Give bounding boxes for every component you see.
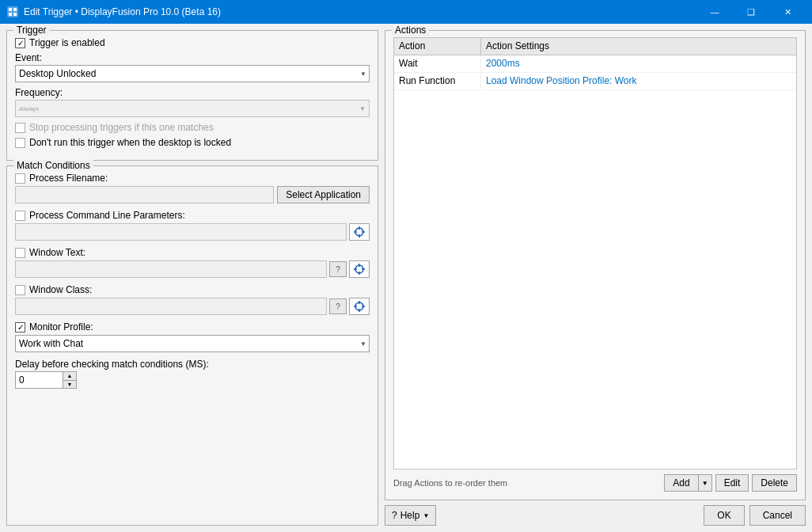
left-panel: Trigger ✓ Trigger is enabled Event: Desk… <box>6 30 378 526</box>
actions-group-title: Actions <box>392 25 429 36</box>
delay-increment-button[interactable]: ▲ <box>63 372 76 381</box>
table-header-action: Action <box>394 38 481 55</box>
footer-bar: ? Help ▼ OK Cancel <box>385 500 806 526</box>
window-class-crosshair-button[interactable] <box>349 298 370 315</box>
drag-hint: Drag Actions to re-order them <box>393 478 507 488</box>
window-text-crosshair-button[interactable] <box>349 260 370 278</box>
process-cmdline-checkbox[interactable] <box>15 211 25 221</box>
window-title: Edit Trigger • DisplayFusion Pro 10.0 (B… <box>24 6 696 17</box>
select-application-button[interactable]: Select Application <box>277 186 370 203</box>
table-row[interactable]: Run Function Load Window Position Profil… <box>394 73 796 90</box>
delay-input[interactable] <box>15 371 63 389</box>
add-dropdown-button[interactable]: ▼ <box>698 474 712 492</box>
table-header-settings: Action Settings <box>481 38 796 55</box>
actions-table: Action Action Settings Wait 2000ms Run F… <box>393 37 797 469</box>
add-button-group: Add ▼ <box>664 474 711 492</box>
dont-run-locked-label: Don't run this trigger when the desktop … <box>29 137 231 148</box>
window-controls: — ❑ ✕ <box>696 0 806 24</box>
question-mark-icon: ? <box>392 510 397 521</box>
delay-spinner: ▲ ▼ <box>15 371 370 389</box>
stop-processing-checkbox <box>15 123 25 133</box>
action-settings-cell-2: Load Window Position Profile: Work <box>481 73 796 89</box>
window-text-checkbox[interactable] <box>15 248 25 258</box>
delay-decrement-button[interactable]: ▼ <box>63 381 76 389</box>
actions-group: Actions Action Action Settings Wait 2000… <box>385 30 806 500</box>
monitor-profile-row: ✓ Monitor Profile: Work with Chat <box>15 321 370 352</box>
match-conditions-group: Match Conditions Process Filename: Selec… <box>6 165 378 526</box>
event-label: Event: <box>15 52 370 63</box>
process-cmdline-input-row <box>15 223 370 241</box>
match-conditions-title: Match Conditions <box>13 160 93 171</box>
monitor-profile-select-wrapper: Work with Chat <box>15 335 370 352</box>
window-class-label: Window Class: <box>29 284 92 295</box>
delete-button[interactable]: Delete <box>752 474 797 492</box>
actions-bottom-bar: Drag Actions to re-order them Add ▼ Edit… <box>393 469 797 492</box>
window-text-input[interactable] <box>15 260 327 278</box>
crosshair-icon <box>353 226 366 238</box>
frequency-label: Frequency: <box>15 87 370 98</box>
crosshair-icon-2 <box>353 263 366 276</box>
cancel-button[interactable]: Cancel <box>749 505 806 526</box>
add-button[interactable]: Add <box>664 474 697 492</box>
frequency-row: Frequency: Always ▼ <box>15 87 370 117</box>
trigger-enabled-label: Trigger is enabled <box>29 37 105 48</box>
window-text-label: Window Text: <box>29 247 85 258</box>
process-filename-input[interactable] <box>15 186 274 203</box>
trigger-enabled-row: ✓ Trigger is enabled <box>15 37 370 48</box>
window-class-info-button[interactable]: ? <box>329 298 347 314</box>
window-class-row: Window Class: ? <box>15 284 370 315</box>
process-filename-checkbox[interactable] <box>15 173 25 184</box>
table-row[interactable]: Wait 2000ms <box>394 55 796 73</box>
svg-rect-1 <box>9 8 12 11</box>
close-button[interactable]: ✕ <box>769 0 806 24</box>
process-cmdline-input[interactable] <box>15 223 347 241</box>
trigger-enabled-checkbox[interactable]: ✓ <box>15 38 25 48</box>
process-filename-input-row: Select Application <box>15 186 370 203</box>
action-name-cell: Wait <box>394 55 481 72</box>
actions-buttons: Add ▼ Edit Delete <box>664 474 797 492</box>
monitor-profile-checkbox[interactable]: ✓ <box>15 322 25 332</box>
monitor-profile-label: Monitor Profile: <box>29 321 93 332</box>
process-cmdline-crosshair-button[interactable] <box>349 223 370 241</box>
help-dropdown-arrow: ▼ <box>423 512 429 519</box>
action-settings-cell: 2000ms <box>481 55 796 72</box>
edit-button[interactable]: Edit <box>715 474 749 492</box>
frequency-select-disabled: Always ▼ <box>15 100 370 117</box>
ok-button[interactable]: OK <box>704 505 744 526</box>
help-label: Help <box>400 510 420 521</box>
delay-label: Delay before checking match conditions (… <box>15 359 370 370</box>
window-text-info-button[interactable]: ? <box>329 261 347 277</box>
window-text-input-row: ? <box>15 260 370 278</box>
stop-processing-row: Stop processing triggers if this one mat… <box>15 122 370 133</box>
app-icon <box>6 6 19 18</box>
svg-rect-4 <box>13 13 17 16</box>
footer-right: OK Cancel <box>704 505 806 526</box>
right-panel: Actions Action Action Settings Wait 2000… <box>385 30 806 526</box>
window-text-row: Window Text: ? <box>15 247 370 278</box>
delay-row: Delay before checking match conditions (… <box>15 359 370 389</box>
help-button[interactable]: ? Help ▼ <box>385 505 436 526</box>
window-class-input[interactable] <box>15 298 327 315</box>
restore-button[interactable]: ❑ <box>733 0 769 24</box>
frequency-value: Always <box>19 105 39 112</box>
dont-run-locked-checkbox[interactable] <box>15 138 25 148</box>
action-name-cell-2: Run Function <box>394 73 481 89</box>
crosshair-icon-3 <box>353 300 366 313</box>
titlebar: Edit Trigger • DisplayFusion Pro 10.0 (B… <box>0 0 812 24</box>
process-cmdline-row: Process Command Line Parameters: <box>15 210 370 241</box>
event-row: Event: Desktop Unlocked <box>15 52 370 82</box>
process-filename-row: Process Filename: Select Application <box>15 173 370 203</box>
trigger-group: Trigger ✓ Trigger is enabled Event: Desk… <box>6 30 378 161</box>
window-class-input-row: ? <box>15 298 370 315</box>
process-cmdline-label: Process Command Line Parameters: <box>29 210 185 221</box>
event-select-wrapper: Desktop Unlocked <box>15 65 370 82</box>
event-select[interactable]: Desktop Unlocked <box>15 65 370 82</box>
window-class-checkbox[interactable] <box>15 285 25 295</box>
footer-left: ? Help ▼ <box>385 505 436 526</box>
delay-spinner-buttons: ▲ ▼ <box>63 371 77 389</box>
minimize-button[interactable]: — <box>696 0 733 24</box>
monitor-profile-select[interactable]: Work with Chat <box>15 335 370 352</box>
dont-run-locked-row: Don't run this trigger when the desktop … <box>15 137 370 148</box>
trigger-group-title: Trigger <box>13 25 50 36</box>
table-header: Action Action Settings <box>394 38 796 55</box>
